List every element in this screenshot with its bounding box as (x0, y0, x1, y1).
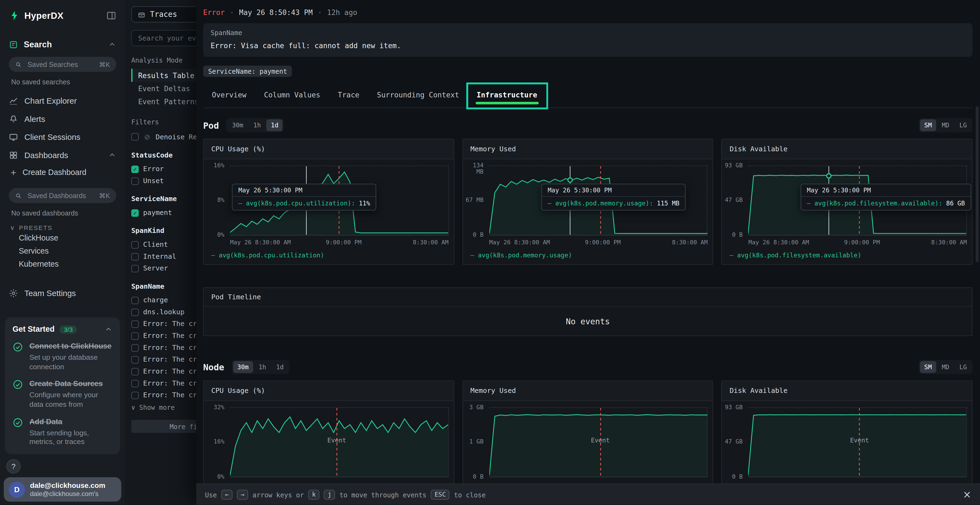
tab-overview[interactable]: Overview (203, 84, 255, 108)
preset-item-clickhouse[interactable]: ClickHouse (0, 231, 125, 244)
filter-option-internal[interactable]: Internal (131, 251, 196, 262)
chevron-up-icon[interactable] (104, 325, 113, 333)
j-key[interactable]: j (324, 489, 335, 500)
chevron-up-icon[interactable] (108, 151, 116, 159)
checkbox[interactable] (131, 391, 139, 399)
node-size-md[interactable]: MD (937, 361, 954, 373)
chart-plot[interactable]: EventMay 26 5:30:00 PM— avg(k8s.pod.file… (748, 165, 967, 235)
search-section-header[interactable]: Search (0, 21, 125, 49)
preset-item-kubernetes[interactable]: Kubernetes (0, 257, 125, 270)
checkbox[interactable] (131, 209, 139, 217)
chart-legend[interactable]: — avg(k8s.pod.cpu.utilization) (204, 248, 453, 264)
checkbox[interactable] (131, 320, 139, 328)
pod-size-lg[interactable]: LG (955, 119, 971, 132)
filter-option-client[interactable]: Client (131, 239, 196, 251)
sidebar-item-dashboards[interactable]: Dashboards (0, 146, 125, 164)
sidebar-item-chart-explorer[interactable]: Chart Explorer (0, 92, 125, 110)
filter-option-error[interactable]: Error (131, 163, 196, 175)
filter-option-unset[interactable]: Unset (131, 175, 196, 187)
filter-option-error-the-cr[interactable]: Error: The cr (131, 353, 196, 365)
checkbox[interactable] (131, 264, 139, 272)
checkbox[interactable] (131, 380, 139, 387)
chart-plot[interactable]: EventMay 26 5:30:00 PM— avg(k8s.pod.memo… (489, 165, 708, 235)
node-range-30m[interactable]: 30m (233, 361, 253, 373)
saved-dashboards-input[interactable]: ⌘K (9, 188, 116, 203)
pod-range-1d[interactable]: 1d (267, 119, 283, 132)
filter-option-server[interactable]: Server (131, 262, 196, 274)
esc-key[interactable]: ESC (431, 489, 450, 500)
checkbox[interactable] (131, 332, 139, 340)
checkbox[interactable] (131, 344, 139, 351)
get-started-task[interactable]: Connect to ClickHouse Set up your databa… (13, 342, 113, 372)
node-range-1h[interactable]: 1h (254, 361, 270, 373)
filter-option-error-the-cr[interactable]: Error: The cr (131, 330, 196, 342)
arrow-left-key[interactable]: ← (221, 489, 232, 500)
source-selector-button[interactable]: Traces (131, 6, 196, 22)
analysis-mode-event-patterns[interactable]: Event Patterns (131, 95, 196, 108)
pod-size-sm[interactable]: SM (920, 119, 936, 132)
sidebar-item-alerts[interactable]: Alerts (0, 110, 125, 128)
filter-option-error-the-cr[interactable]: Error: The cr (131, 389, 196, 401)
pod-size-md[interactable]: MD (937, 119, 954, 132)
filter-option-charge[interactable]: charge (131, 294, 196, 306)
pod-range-1h[interactable]: 1h (249, 119, 266, 132)
chevron-up-icon[interactable] (108, 41, 116, 49)
filter-option-error-the-cr[interactable]: Error: The cr (131, 377, 196, 389)
presets-toggle[interactable]: ∨ PRESETS (0, 217, 125, 231)
filter-option-payment[interactable]: payment (131, 207, 196, 219)
chart-legend[interactable]: — avg(k8s.pod.filesystem.available) (722, 248, 972, 264)
node-size-sm[interactable]: SM (920, 361, 936, 373)
saved-dashboards-field[interactable] (26, 191, 94, 200)
chart-plot[interactable]: EventMay 26 5:30:00 PM— avg(k8s.pod.cpu.… (230, 165, 449, 235)
saved-searches-field[interactable] (26, 60, 94, 68)
node-range-1d[interactable]: 1d (272, 361, 288, 373)
checkbox[interactable] (131, 296, 139, 304)
user-account-chip[interactable]: D dale@clickhouse.com dale@clickhouse.co… (4, 477, 121, 502)
close-icon[interactable]: × (963, 488, 971, 500)
checkbox[interactable] (131, 133, 139, 141)
chart-plot[interactable]: Event (489, 407, 708, 477)
show-more-link[interactable]: ∨ Show more (131, 403, 196, 411)
tab-column-values[interactable]: Column Values (255, 84, 329, 108)
chart-legend[interactable]: — avg(k8s.pod.memory.usage) (463, 248, 713, 264)
filter-option-error-the-cr[interactable]: Error: The cr (131, 318, 196, 330)
y-axis: 0 B47 GB93 GB (722, 407, 746, 477)
saved-searches-input[interactable]: ⌘K (9, 57, 116, 72)
analysis-mode-event-deltas[interactable]: Event Deltas (131, 82, 196, 95)
chart-plot[interactable]: Event (748, 407, 967, 477)
k-key[interactable]: k (308, 489, 319, 500)
tab-infrastructure[interactable]: Infrastructure (468, 84, 546, 108)
analysis-mode-results-table[interactable]: Results Table (131, 69, 196, 82)
service-name-tag[interactable]: ServiceName: payment (203, 65, 292, 77)
tab-trace[interactable]: Trace (329, 84, 368, 108)
filter-option-dns-lookup[interactable]: dns.lookup (131, 306, 196, 318)
checkbox[interactable] (131, 253, 139, 260)
sidebar-item-team-settings[interactable]: Team Settings (0, 284, 125, 303)
checkbox[interactable] (131, 368, 139, 375)
event-search-box[interactable] (131, 30, 196, 46)
checkbox[interactable] (131, 241, 139, 248)
event-search-input[interactable] (137, 33, 196, 43)
node-size-lg[interactable]: LG (955, 361, 971, 373)
create-dashboard-button[interactable]: Create Dashboard (0, 164, 125, 181)
pod-range-30m[interactable]: 30m (228, 119, 248, 132)
filter-option-error-the-cr[interactable]: Error: The cr (131, 342, 196, 354)
get-started-task[interactable]: Add Data Start sending logs, metrics, or… (13, 418, 113, 447)
pod-section-title: Pod (203, 120, 219, 130)
arrow-right-key[interactable]: → (237, 489, 248, 500)
preset-item-services[interactable]: Services (0, 245, 125, 257)
collapse-sidebar-icon[interactable] (106, 11, 116, 21)
sidebar-item-client-sessions[interactable]: Client Sessions (0, 128, 125, 146)
checkbox[interactable] (131, 177, 139, 185)
checkbox[interactable] (131, 165, 139, 173)
scrollbar-thumb[interactable] (976, 106, 978, 262)
more-filters-button[interactable]: More fil (131, 420, 196, 433)
tab-surrounding-context[interactable]: Surrounding Context (368, 84, 468, 108)
help-button[interactable]: ? (6, 459, 21, 474)
checkbox[interactable] (131, 308, 139, 316)
checkbox[interactable] (131, 356, 139, 364)
get-started-task[interactable]: Create Data Sources Configure where your… (13, 380, 113, 409)
filter-option-error-the-cr[interactable]: Error: The cr (131, 365, 196, 377)
denoise-toggle-row[interactable]: Denoise Re (131, 130, 196, 143)
chart-plot[interactable]: Event (230, 407, 449, 477)
